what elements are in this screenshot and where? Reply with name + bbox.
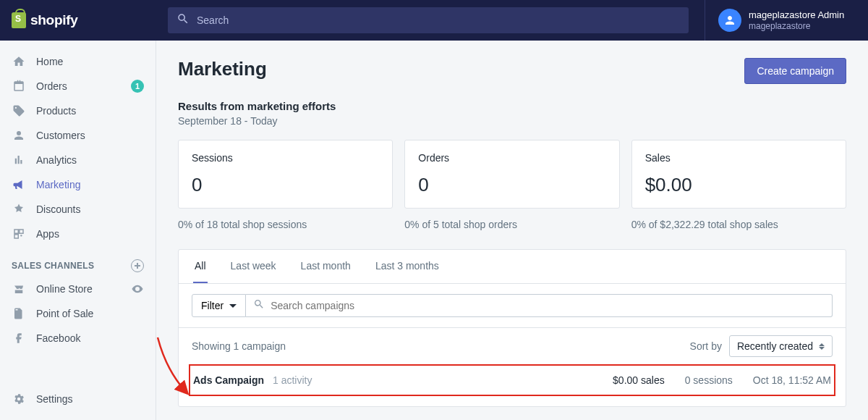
home-icon bbox=[12, 54, 26, 69]
tab-last-month[interactable]: Last month bbox=[299, 250, 352, 283]
sessions-card[interactable]: Sessions 0 bbox=[178, 140, 393, 209]
campaign-date: Oct 18, 11:52 AM bbox=[753, 374, 831, 386]
sidebar-item-label: Orders bbox=[36, 80, 67, 92]
create-campaign-button[interactable]: Create campaign bbox=[744, 58, 846, 84]
tab-last-3-months[interactable]: Last 3 months bbox=[374, 250, 441, 283]
shopify-bag-icon bbox=[12, 12, 26, 28]
filter-label: Filter bbox=[201, 300, 224, 311]
global-search[interactable] bbox=[168, 7, 689, 33]
sidebar-item-label: Settings bbox=[36, 393, 73, 405]
store-icon bbox=[12, 282, 26, 296]
pos-icon bbox=[12, 306, 26, 321]
stat-value: $0.00 bbox=[645, 174, 833, 196]
campaign-search[interactable] bbox=[246, 294, 833, 317]
analytics-icon bbox=[12, 153, 26, 167]
search-icon bbox=[176, 12, 190, 28]
sidebar-item-label: Home bbox=[36, 56, 63, 67]
sidebar-item-orders[interactable]: Orders 1 bbox=[0, 74, 156, 98]
sort-selected: Recently created bbox=[737, 340, 813, 352]
campaign-sessions: 0 sessions bbox=[685, 374, 733, 386]
campaign-search-input[interactable] bbox=[271, 300, 825, 311]
filter-button[interactable]: Filter bbox=[192, 294, 246, 317]
section-label: SALES CHANNELS bbox=[12, 261, 94, 271]
logo[interactable]: shopify bbox=[12, 12, 156, 28]
channel-pos[interactable]: Point of Sale bbox=[0, 301, 156, 326]
sidebar-item-label: Analytics bbox=[36, 154, 77, 166]
sidebar-item-products[interactable]: Products bbox=[0, 98, 156, 123]
stat-value: 0 bbox=[192, 174, 379, 196]
sort-select[interactable]: Recently created bbox=[729, 335, 833, 357]
person-icon bbox=[12, 128, 26, 143]
user-store: mageplazastore bbox=[749, 21, 844, 31]
sort-label: Sort by bbox=[690, 340, 722, 352]
tab-last-week[interactable]: Last week bbox=[229, 250, 278, 283]
caret-down-icon bbox=[229, 304, 237, 308]
channel-online-store[interactable]: Online Store bbox=[0, 277, 156, 301]
search-input[interactable] bbox=[197, 14, 680, 26]
campaign-row[interactable]: Ads Campaign 1 activity $0.00 sales 0 se… bbox=[189, 364, 835, 396]
orders-icon bbox=[12, 79, 26, 93]
date-range: September 18 - Today bbox=[178, 115, 846, 127]
user-menu[interactable]: mageplazastore Admin mageplazastore bbox=[718, 9, 844, 32]
sales-channels-header: SALES CHANNELS bbox=[0, 246, 156, 277]
sidebar-item-label: Marketing bbox=[36, 179, 80, 190]
channel-label: Facebook bbox=[36, 332, 80, 344]
sidebar-item-marketing[interactable]: Marketing bbox=[0, 172, 156, 197]
eye-icon[interactable] bbox=[131, 282, 144, 295]
campaigns-card: All Last week Last month Last 3 months F… bbox=[178, 249, 846, 407]
brand-name: shopify bbox=[30, 12, 77, 28]
campaign-activity: 1 activity bbox=[273, 374, 312, 386]
avatar bbox=[718, 9, 741, 32]
sessions-footnote: 0% of 18 total shop sessions bbox=[178, 219, 393, 230]
stat-label: Sessions bbox=[192, 152, 379, 164]
showing-count: Showing 1 campaign bbox=[192, 340, 690, 352]
sidebar-item-analytics[interactable]: Analytics bbox=[0, 148, 156, 172]
tab-all[interactable]: All bbox=[193, 250, 208, 283]
gear-icon bbox=[12, 392, 26, 406]
sidebar-item-label: Customers bbox=[36, 130, 85, 141]
orders-card[interactable]: Orders 0 bbox=[404, 140, 619, 209]
discount-icon bbox=[12, 202, 26, 217]
facebook-icon bbox=[12, 331, 26, 345]
results-subhead: Results from marketing efforts bbox=[178, 100, 846, 112]
channel-label: Online Store bbox=[36, 283, 93, 295]
sales-card[interactable]: Sales $0.00 bbox=[631, 140, 846, 209]
sidebar-item-label: Discounts bbox=[36, 203, 80, 215]
page-title: Marketing bbox=[178, 58, 267, 80]
sidebar-item-apps[interactable]: Apps bbox=[0, 222, 156, 246]
stat-value: 0 bbox=[418, 174, 605, 196]
channel-facebook[interactable]: Facebook bbox=[0, 326, 156, 350]
add-channel-icon[interactable] bbox=[131, 259, 144, 272]
megaphone-icon bbox=[12, 177, 26, 192]
sales-footnote: 0% of $2,322.29 total shop sales bbox=[631, 219, 846, 230]
channel-label: Point of Sale bbox=[36, 308, 93, 319]
tabs: All Last week Last month Last 3 months bbox=[179, 250, 846, 284]
sidebar-item-customers[interactable]: Customers bbox=[0, 123, 156, 148]
sort-caret-icon bbox=[819, 343, 825, 350]
stat-label: Sales bbox=[645, 152, 833, 164]
campaign-name: Ads Campaign bbox=[193, 374, 264, 386]
orders-footnote: 0% of 5 total shop orders bbox=[404, 219, 619, 230]
sidebar-item-label: Apps bbox=[36, 228, 59, 240]
tag-icon bbox=[12, 104, 26, 118]
main-content: Marketing Create campaign Results from m… bbox=[156, 41, 868, 420]
campaign-sales: $0.00 sales bbox=[613, 374, 665, 386]
stat-label: Orders bbox=[418, 152, 605, 164]
orders-badge: 1 bbox=[131, 80, 144, 93]
sidebar-item-settings[interactable]: Settings bbox=[0, 387, 156, 411]
user-name: mageplazastore Admin bbox=[749, 9, 844, 21]
apps-icon bbox=[12, 227, 26, 241]
sidebar-item-home[interactable]: Home bbox=[0, 49, 156, 74]
sidebar: Home Orders 1 Products Customers Analyti… bbox=[0, 41, 156, 420]
sidebar-item-label: Products bbox=[36, 105, 76, 117]
sidebar-item-discounts[interactable]: Discounts bbox=[0, 197, 156, 222]
search-icon bbox=[253, 298, 265, 313]
